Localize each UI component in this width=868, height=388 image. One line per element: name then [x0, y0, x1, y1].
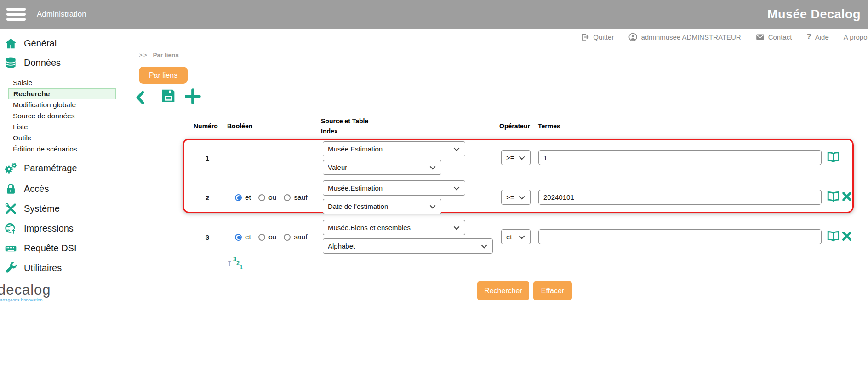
user-account[interactable]: adminmusee ADMINSTRATEUR — [628, 33, 741, 41]
chevron-down-icon — [454, 224, 460, 230]
about-label: A propos — [844, 33, 868, 41]
submenu-item-edition-de-scenarios[interactable]: Édition de scénarios — [0, 144, 123, 155]
browse-index-button[interactable] — [827, 231, 839, 242]
chevron-down-icon — [430, 203, 436, 209]
sidebar-item-label: Paramétrage — [24, 163, 77, 174]
delete-row-button[interactable] — [842, 231, 852, 241]
radio-label-ou[interactable]: ou — [268, 193, 276, 202]
plus-icon — [185, 88, 201, 104]
operator-select[interactable]: >= — [501, 150, 531, 165]
header-termes: Termes — [538, 122, 560, 130]
book-icon — [827, 191, 839, 202]
sort-digit: 3 — [233, 256, 236, 262]
radio-sauf[interactable] — [284, 194, 291, 201]
row-number: 2 — [202, 194, 212, 202]
add-row-button[interactable] — [185, 88, 201, 104]
select-value: Musée.Estimation — [328, 145, 383, 153]
chevron-down-icon — [519, 233, 525, 239]
index-select[interactable]: Date de l'estimation — [323, 199, 441, 214]
contact-link[interactable]: Contact — [756, 33, 792, 41]
sidebar-item-systeme[interactable]: Système — [0, 201, 123, 216]
sort-digit: 1 — [240, 264, 243, 271]
header-booleen: Booléen — [227, 122, 252, 130]
back-button[interactable] — [134, 90, 146, 105]
chevron-down-icon — [430, 164, 436, 170]
sort-digit: 2 — [236, 260, 240, 266]
save-floppy-icon — [161, 88, 176, 103]
chevron-down-icon — [454, 145, 460, 151]
boolean-radio-group: et ou sauf — [235, 233, 308, 241]
submenu-item-saisie[interactable]: Saisie — [0, 77, 123, 88]
sidebar-item-donnees[interactable]: Données — [0, 55, 123, 70]
delete-row-button[interactable] — [842, 191, 852, 202]
mail-icon — [756, 33, 765, 41]
sidebar-item-utilitaires[interactable]: Utilitaires — [0, 260, 123, 276]
sidebar-item-impressions[interactable]: Impressions — [0, 220, 123, 236]
sort-order-icon[interactable]: ↑ 3 2 1 — [227, 256, 246, 275]
terms-input[interactable] — [538, 150, 822, 165]
chevron-down-icon — [454, 185, 460, 191]
sidebar-item-label: Accès — [24, 184, 49, 194]
operator-select[interactable]: et — [501, 229, 531, 244]
submenu-item-liste[interactable]: Liste — [0, 122, 123, 133]
quit-button[interactable]: Quitter — [581, 33, 614, 41]
breadcrumb-current: Par liens — [153, 52, 179, 58]
search-button[interactable]: Rechercher — [477, 281, 529, 300]
save-button[interactable] — [161, 88, 176, 103]
terms-input[interactable] — [538, 229, 822, 244]
tab-par-liens[interactable]: Par liens — [139, 67, 188, 84]
browse-index-button[interactable] — [827, 152, 839, 162]
sidebar-item-label: Système — [24, 203, 60, 214]
submenu-item-outils[interactable]: Outils — [0, 133, 123, 144]
index-select[interactable]: Alphabet — [323, 238, 493, 254]
sidebar-item-requete-dsi[interactable]: Requête DSI — [0, 240, 123, 256]
submenu-item-source-de-donnees[interactable]: Source de données — [0, 110, 123, 122]
source-table-select[interactable]: Musée.Estimation — [323, 141, 465, 156]
help-icon: ? — [806, 32, 811, 41]
select-value: Alphabet — [328, 242, 355, 250]
row-number: 3 — [202, 233, 212, 241]
keyboard-icon — [5, 242, 17, 255]
logout-icon — [581, 33, 589, 41]
sidebar-item-parametrage[interactable]: Paramétrage — [0, 160, 123, 176]
hamburger-menu-icon[interactable] — [6, 6, 26, 23]
select-value: >= — [506, 193, 514, 201]
breadcrumb-separator: >> — [139, 52, 148, 58]
chevron-down-icon — [519, 194, 525, 200]
radio-label-et[interactable]: et — [245, 233, 251, 241]
sidebar-item-label: Général — [24, 38, 57, 49]
terms-input[interactable] — [538, 190, 822, 205]
submenu-item-recherche[interactable]: Recherche — [8, 88, 116, 99]
sidebar-item-general[interactable]: Général — [0, 35, 123, 51]
sidebar-item-label: Requête DSI — [24, 243, 77, 254]
help-link[interactable]: ? Aide — [806, 32, 828, 41]
radio-label-ou[interactable]: ou — [268, 233, 276, 241]
database-icon — [5, 57, 17, 69]
radio-label-sauf[interactable]: sauf — [294, 193, 307, 202]
radio-et[interactable] — [235, 234, 242, 241]
sidebar-item-acces[interactable]: Accès — [0, 181, 123, 197]
source-table-select[interactable]: Musée.Biens et ensembles — [323, 220, 465, 235]
select-value: >= — [506, 154, 514, 162]
browse-index-button[interactable] — [827, 191, 839, 202]
radio-ou[interactable] — [258, 194, 265, 201]
submenu-item-modification-globale[interactable]: Modification globale — [0, 99, 123, 110]
clear-button[interactable]: Effacer — [533, 281, 572, 300]
operator-select[interactable]: >= — [501, 190, 531, 205]
source-table-select[interactable]: Musée.Estimation — [323, 180, 465, 196]
user-toolbar: Quitter adminmusee ADMINSTRATEUR Contact… — [581, 32, 868, 41]
radio-label-sauf[interactable]: sauf — [294, 233, 307, 241]
radio-sauf[interactable] — [284, 234, 291, 241]
topbar: Administration Musée Decalog — [0, 0, 868, 29]
quit-label: Quitter — [593, 33, 614, 41]
radio-ou[interactable] — [258, 234, 265, 241]
sidebar-item-label: Utilitaires — [24, 263, 62, 273]
radio-et[interactable] — [235, 194, 242, 201]
book-icon — [827, 231, 839, 242]
radio-label-et[interactable]: et — [245, 193, 251, 202]
header-index: Index — [321, 127, 338, 135]
about-link[interactable]: A propos — [844, 33, 868, 41]
index-select[interactable]: Valeur — [323, 160, 441, 175]
book-icon — [827, 152, 839, 162]
row-number: 1 — [202, 154, 212, 162]
